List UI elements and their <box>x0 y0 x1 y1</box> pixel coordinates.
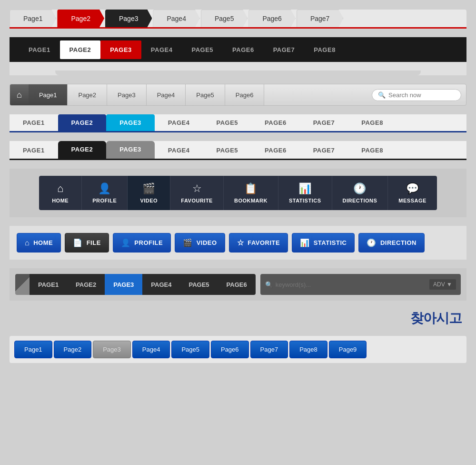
nav2-tab[interactable]: PAGE7 <box>264 40 305 59</box>
nav7-button[interactable]: ☆FAVORITE <box>229 233 288 253</box>
nav5-tab[interactable]: PAGE1 <box>10 142 58 159</box>
nav3-tab[interactable]: Page5 <box>186 84 225 105</box>
nav8-search[interactable]: 🔍 ADV ▼ <box>260 274 461 295</box>
nav9-tab[interactable]: Page8 <box>289 341 327 358</box>
nav4-tabs: PAGE1PAGE2PAGE3PAGE4PAGE5PAGE6PAGE7PAGE8 <box>10 114 466 131</box>
nav6-button[interactable]: 💬MESSAGE <box>388 176 437 210</box>
nav2-tabs: PAGE1PAGE2PAGE3PAGE4PAGE5PAGE6PAGE7PAGE8 <box>10 37 466 62</box>
nav8-tab[interactable]: PAGE6 <box>218 274 256 295</box>
nav3-tab[interactable]: Page4 <box>147 84 186 105</box>
nav3-tab[interactable]: Page3 <box>107 84 147 105</box>
nav9-tab[interactable]: Page4 <box>132 341 170 358</box>
nav4-tab[interactable]: PAGE8 <box>348 114 397 131</box>
nav5-tab[interactable]: PAGE7 <box>300 142 348 159</box>
nav1-tab[interactable]: Page2 <box>57 10 104 27</box>
nav7-label: HOME <box>33 239 53 246</box>
nav7-icon: 🕐 <box>367 238 377 247</box>
nav3-tab[interactable]: Page6 <box>225 84 265 105</box>
nav9-tab[interactable]: Page2 <box>54 341 92 358</box>
nav1-tab[interactable]: Page3 <box>105 10 152 27</box>
nav5-tab[interactable]: PAGE2 <box>58 141 107 159</box>
nav1-tab[interactable]: Page1 <box>10 10 56 27</box>
nav4-tab[interactable]: PAGE4 <box>155 114 203 131</box>
nav1-tab[interactable]: Page5 <box>201 10 248 27</box>
nav4-tab[interactable]: PAGE1 <box>10 114 58 131</box>
nav2-container: PAGE1PAGE2PAGE3PAGE4PAGE5PAGE6PAGE7PAGE8 <box>10 37 466 75</box>
nav6-button[interactable]: ⌂HOME <box>39 176 82 210</box>
nav6-label: PROFILE <box>92 198 117 203</box>
nav7-container: ⌂HOME📄FILE👤PROFILE🎬VIDEO☆FAVORITE📊STATIS… <box>10 226 466 260</box>
nav7-button[interactable]: ⌂HOME <box>17 233 61 253</box>
nav5-tab[interactable]: PAGE8 <box>348 142 397 159</box>
nav4-tab[interactable]: PAGE2 <box>58 114 107 131</box>
nav7-button[interactable]: 🕐DIRECTION <box>358 233 425 253</box>
nav9-tab[interactable]: Page5 <box>171 341 209 358</box>
nav7-label: PROFILE <box>134 239 163 246</box>
nav1-tab[interactable]: Page7 <box>297 10 343 27</box>
nav7-button[interactable]: 📄FILE <box>65 233 109 253</box>
nav8-tab[interactable]: PAGE2 <box>67 274 105 295</box>
nav8-tab[interactable]: PAGE1 <box>30 274 67 295</box>
nav1-tab[interactable]: Page6 <box>248 10 295 27</box>
nav6-label: FAVOURITE <box>181 198 213 203</box>
nav1-tab[interactable]: Page4 <box>153 10 199 27</box>
nav6-label: MESSAGE <box>398 198 426 203</box>
nav4-tab[interactable]: PAGE3 <box>106 114 155 131</box>
nav6-button[interactable]: 📋BOOKMARK <box>224 176 278 210</box>
nav2-fold <box>10 62 466 75</box>
nav9-tab[interactable]: Page3 <box>93 341 131 358</box>
nav6-icon: 🎬 <box>142 182 155 195</box>
nav9-tab[interactable]: Page7 <box>250 341 288 358</box>
nav6-button[interactable]: 👤PROFILE <box>82 176 128 210</box>
nav7-icon: 📄 <box>73 238 83 247</box>
nav2-tab[interactable]: PAGE3 <box>100 40 141 59</box>
nav6-button[interactable]: 🎬VIDEO <box>128 176 170 210</box>
nav6-button[interactable]: ☆FAVOURITE <box>170 176 224 210</box>
nav2-tab[interactable]: PAGE1 <box>19 40 60 59</box>
nav9-tab[interactable]: Page1 <box>14 341 52 358</box>
nav6-container: ⌂HOME👤PROFILE🎬VIDEO☆FAVOURITE📋BOOKMARK📊S… <box>10 169 466 217</box>
nav7-button[interactable]: 👤PROFILE <box>113 233 171 253</box>
nav6-button[interactable]: 🕐DIRECTIONS <box>332 176 388 210</box>
nav9-tab[interactable]: Page9 <box>329 341 367 358</box>
nav2-tab[interactable]: PAGE5 <box>182 40 223 59</box>
nav8-adv-button[interactable]: ADV ▼ <box>429 279 456 290</box>
nav6-button[interactable]: 📊STATISTICS <box>278 176 332 210</box>
nav9-tab[interactable]: Page6 <box>211 341 249 358</box>
nav8-tab[interactable]: PAGE5 <box>180 274 218 295</box>
nav6-label: DIRECTIONS <box>343 198 377 203</box>
nav6-icon: 🕐 <box>353 182 366 195</box>
nav2-tab[interactable]: PAGE8 <box>304 40 345 59</box>
nav2-tab[interactable]: PAGE6 <box>223 40 264 59</box>
nav9-tabs: Page1Page2Page3Page4Page5Page6Page7Page8… <box>14 341 462 358</box>
nav4-tab[interactable]: PAGE5 <box>203 114 251 131</box>
nav5-tab[interactable]: PAGE5 <box>203 142 251 159</box>
watermark-area: 찾아시고 <box>10 309 466 327</box>
nav7-button[interactable]: 🎬VIDEO <box>175 233 225 253</box>
nav5-tab[interactable]: PAGE3 <box>106 141 155 159</box>
nav4-tab[interactable]: PAGE7 <box>300 114 348 131</box>
nav8-tabs-wrap: PAGE1PAGE2PAGE3PAGE4PAGE5PAGE6 <box>15 274 256 295</box>
nav3-tab[interactable]: Page2 <box>68 84 107 105</box>
search-input[interactable] <box>388 91 455 99</box>
nav6-icon: 📊 <box>298 182 311 195</box>
nav5-container: PAGE1PAGE2PAGE3PAGE4PAGE5PAGE6PAGE7PAGE8 <box>10 141 466 160</box>
nav6-icon: ☆ <box>192 182 202 195</box>
nav5-tab[interactable]: PAGE6 <box>251 142 300 159</box>
nav8-search-input[interactable] <box>276 281 426 288</box>
nav2-tab[interactable]: PAGE4 <box>141 40 182 59</box>
nav5-tab[interactable]: PAGE4 <box>155 142 203 159</box>
nav1-container: Page1Page2Page3Page4Page5Page6Page7 <box>10 10 466 29</box>
nav3-container: ⌂ Page1Page2Page3Page4Page5Page6 🔍 <box>10 84 466 106</box>
nav8-tab[interactable]: PAGE4 <box>142 274 180 295</box>
nav3-home-button[interactable]: ⌂ <box>10 84 29 105</box>
nav3-search[interactable]: 🔍 <box>372 89 461 101</box>
nav3-tab[interactable]: Page1 <box>29 84 68 105</box>
nav4-tab[interactable]: PAGE6 <box>251 114 300 131</box>
nav7-button[interactable]: 📊STATISTIC <box>292 233 355 253</box>
nav8-tab[interactable]: PAGE3 <box>105 274 142 295</box>
nav2-tab[interactable]: PAGE2 <box>60 40 101 59</box>
nav7-icon: ☆ <box>237 238 244 247</box>
search-icon: 🔍 <box>378 91 386 99</box>
nav7-label: VIDEO <box>197 239 217 246</box>
